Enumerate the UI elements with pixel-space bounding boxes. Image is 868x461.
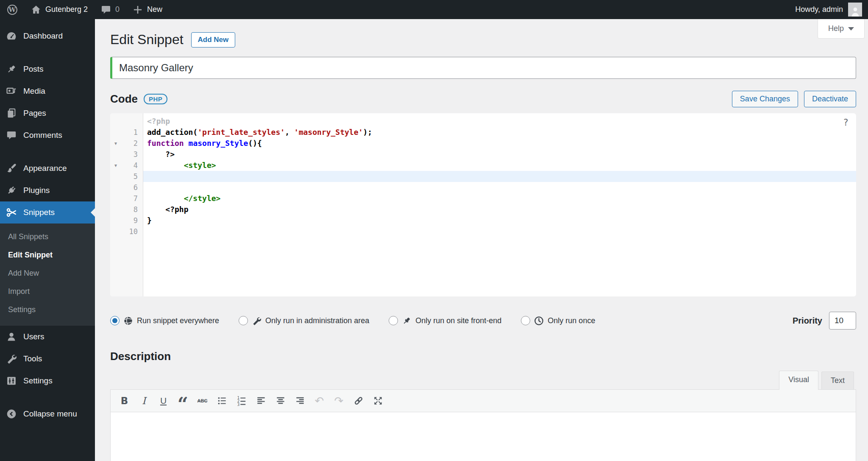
scope-option-run-snippet-everywhere[interactable]: Run snippet everywhere: [110, 316, 219, 326]
radio-run-snippet-everywhere[interactable]: [110, 316, 120, 325]
code-line-phantom: <?php: [110, 116, 856, 127]
align-center-icon: [275, 395, 286, 406]
wrench-icon: [252, 316, 262, 326]
radio-only-run-in-administration-area[interactable]: [239, 316, 248, 325]
blockquote-icon: “: [178, 395, 188, 407]
align-right-button[interactable]: [291, 392, 309, 410]
sidebar-item-dashboard[interactable]: Dashboard: [0, 25, 95, 47]
numbered-list-button[interactable]: 123: [233, 392, 250, 410]
fold-arrow-icon[interactable]: ▾: [114, 160, 117, 171]
snippets-submenu-add-new[interactable]: Add New: [0, 264, 95, 282]
code-heading: Code: [110, 92, 138, 106]
dashboard-icon: [6, 31, 17, 42]
pages-icon: [6, 108, 17, 119]
appearance-icon: [6, 163, 17, 174]
code-line-text: <style>: [143, 160, 856, 171]
align-center-button[interactable]: [272, 392, 289, 410]
snippets-submenu-all-snippets[interactable]: All Snippets: [0, 228, 95, 246]
snippets-submenu-import[interactable]: Import: [0, 282, 95, 301]
wordpress-menu[interactable]: W: [7, 4, 18, 15]
sidebar-item-users[interactable]: Users: [0, 326, 95, 348]
help-tab[interactable]: Help: [818, 19, 865, 39]
italic-button[interactable]: I: [135, 392, 153, 410]
code-line-text: </style>: [143, 193, 856, 204]
site-link[interactable]: Gutenberg 2: [31, 4, 88, 15]
bold-icon: B: [121, 395, 128, 406]
code-editor[interactable]: <?php1add_action('print_late_styles', 'm…: [110, 113, 856, 296]
sidebar-item-label: Plugins: [23, 186, 50, 195]
code-line-1[interactable]: 1add_action('print_late_styles', 'masonr…: [110, 127, 856, 138]
snippet-title-input[interactable]: [110, 57, 856, 79]
bullet-list-button[interactable]: [213, 392, 231, 410]
fold-arrow-icon[interactable]: ▾: [114, 138, 117, 149]
sidebar-item-settings[interactable]: Settings: [0, 370, 95, 392]
sidebar-item-collapse-menu[interactable]: Collapse menu: [0, 403, 95, 425]
sidebar-item-tools[interactable]: Tools: [0, 348, 95, 370]
underline-icon: U: [160, 396, 167, 406]
blockquote-button[interactable]: “: [174, 392, 192, 410]
sidebar-item-label: Posts: [23, 64, 44, 74]
code-line-text: [143, 171, 856, 182]
plugins-icon: [6, 185, 17, 196]
code-line-text: function masonry_Style(){: [143, 138, 856, 149]
radio-only-run-on-site-front-end[interactable]: [389, 316, 398, 325]
scope-option-only-run-in-administration-area[interactable]: Only run in administration area: [239, 316, 369, 326]
redo-button[interactable]: ↷: [330, 392, 348, 410]
link-button[interactable]: [350, 392, 367, 410]
chevron-down-icon: [848, 27, 854, 31]
code-line-3[interactable]: 3 ?>: [110, 149, 856, 160]
code-line-9[interactable]: 9}: [110, 215, 856, 226]
sidebar-item-pages[interactable]: Pages: [0, 102, 95, 124]
deactivate-button[interactable]: Deactivate: [804, 91, 856, 107]
scope-option-only-run-on-site-front-end[interactable]: Only run on site front-end: [389, 316, 501, 326]
bold-button[interactable]: B: [116, 392, 133, 410]
sidebar-item-posts[interactable]: Posts: [0, 58, 95, 80]
new-content-menu[interactable]: New: [132, 4, 162, 15]
code-line-5[interactable]: 5: [110, 171, 856, 182]
sidebar-item-comments[interactable]: Comments: [0, 124, 95, 146]
scope-option-label: Only run on site front-end: [415, 316, 501, 325]
settings-icon: [6, 375, 17, 386]
code-line-7[interactable]: 7 </style>: [110, 193, 856, 204]
pushpin-icon: [6, 64, 17, 75]
avatar[interactable]: [848, 3, 862, 17]
scope-option-label: Run snippet everywhere: [137, 316, 219, 325]
description-heading: Description: [110, 350, 856, 363]
code-line-2[interactable]: ▾2function masonry_Style(){: [110, 138, 856, 149]
undo-button[interactable]: ↶: [311, 392, 328, 410]
sidebar-item-appearance[interactable]: Appearance: [0, 157, 95, 179]
link-icon: [353, 395, 364, 406]
priority-input[interactable]: [829, 312, 856, 330]
editor-help-icon[interactable]: ?: [843, 117, 849, 128]
howdy-text[interactable]: Howdy, admin: [795, 5, 843, 14]
code-line-6[interactable]: 6: [110, 182, 856, 193]
underline-button[interactable]: U: [155, 392, 172, 410]
sidebar-item-media[interactable]: Media: [0, 80, 95, 102]
save-changes-button[interactable]: Save Changes: [732, 91, 798, 107]
sidebar-item-label: Pages: [23, 109, 46, 118]
sidebar-item-plugins[interactable]: Plugins: [0, 179, 95, 201]
code-line-8[interactable]: 8 <?php: [110, 204, 856, 215]
snippets-submenu-settings[interactable]: Settings: [0, 301, 95, 319]
strikethrough-button[interactable]: ABC: [194, 392, 211, 410]
snippets-submenu-edit-snippet[interactable]: Edit Snippet: [0, 246, 95, 264]
line-number: ▾4: [110, 160, 143, 171]
scope-option-only-run-once[interactable]: Only run once: [521, 316, 595, 326]
add-new-button[interactable]: Add New: [191, 32, 236, 47]
scope-options: Run snippet everywhereOnly run in admini…: [110, 316, 615, 326]
code-line-4[interactable]: ▾4 <style>: [110, 160, 856, 171]
code-line-10[interactable]: 10: [110, 226, 856, 237]
fullscreen-button[interactable]: [369, 392, 387, 410]
radio-only-run-once[interactable]: [521, 316, 530, 325]
code-line-text: add_action('print_late_styles', 'masonry…: [143, 127, 856, 138]
sidebar-item-label: Tools: [23, 354, 42, 363]
description-editor-body[interactable]: [111, 412, 856, 461]
sidebar-item-snippets[interactable]: Snippets: [0, 201, 95, 224]
collapse-icon: [6, 408, 17, 419]
tab-visual[interactable]: Visual: [779, 371, 818, 390]
tab-text[interactable]: Text: [821, 372, 854, 389]
editor-tabs: VisualText: [110, 371, 856, 389]
comments-shortcut[interactable]: 0: [100, 4, 120, 15]
line-number: 8: [110, 204, 143, 215]
align-left-button[interactable]: [252, 392, 270, 410]
